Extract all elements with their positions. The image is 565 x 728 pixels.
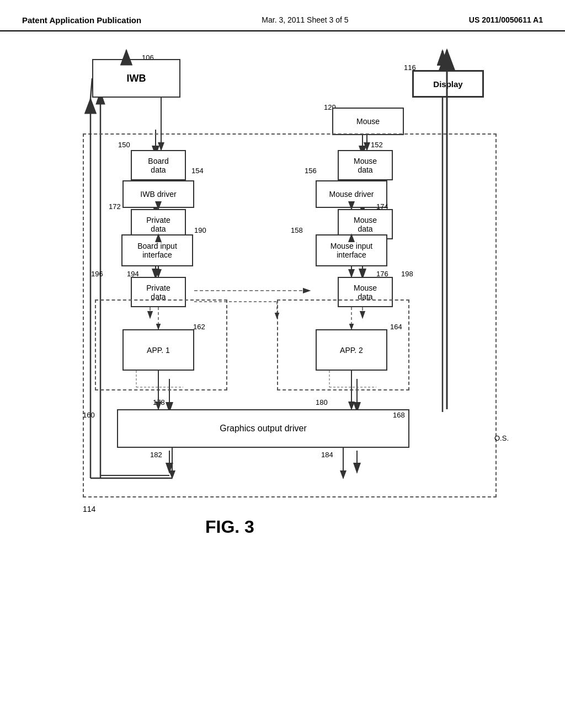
label-184: 184: [321, 451, 333, 459]
mouse-input-label: Mouse input interface: [331, 242, 372, 259]
box-mouse-input: Mouse input interface: [316, 234, 387, 266]
label-172: 172: [109, 202, 121, 211]
mouse-data-top-label: Mouse data: [354, 157, 377, 174]
label-168: 168: [393, 411, 405, 419]
graphics-label: Graphics output driver: [220, 424, 306, 433]
box-mouse-data-top: Mouse data: [338, 150, 393, 180]
label-154: 154: [191, 167, 204, 175]
mouse-data-bot-label: Mouse data: [354, 283, 377, 301]
label-152: 152: [371, 141, 383, 149]
box-app1: APP. 1: [122, 329, 194, 371]
label-198: 198: [401, 270, 413, 278]
box-mouse: Mouse: [332, 108, 404, 135]
label-190: 190: [194, 226, 206, 234]
label-160: 160: [83, 411, 95, 419]
label-164: 164: [390, 323, 402, 331]
private-data-bot-label: Private data: [146, 283, 170, 301]
mouse-label: Mouse: [356, 117, 380, 126]
box-display: Display: [412, 70, 484, 98]
box-app2: APP. 2: [316, 329, 387, 371]
label-182: 182: [150, 451, 162, 459]
box-board-data: Board data: [131, 150, 186, 180]
mouse-driver-label: Mouse driver: [329, 190, 374, 199]
mouse-data-mid-label: Mouse data: [354, 216, 377, 233]
label-180: 180: [316, 398, 328, 406]
app2-label: APP. 2: [340, 346, 363, 355]
display-label: Display: [433, 79, 462, 89]
label-178: 178: [153, 398, 165, 406]
private-data-top-label: Private data: [146, 216, 170, 233]
label-114: 114: [83, 505, 95, 513]
fig-label: FIG. 3: [205, 517, 254, 537]
box-graphics: Graphics output driver: [117, 409, 409, 448]
label-158: 158: [291, 226, 303, 234]
label-156: 156: [305, 167, 317, 175]
header-center: Mar. 3, 2011 Sheet 3 of 5: [262, 15, 348, 24]
page: Patent Application Publication Mar. 3, 2…: [0, 0, 565, 728]
header-right: US 2011/0050611 A1: [469, 15, 543, 24]
label-196: 196: [91, 270, 103, 278]
header-left: Patent Application Publication: [22, 15, 141, 25]
iwb-driver-label: IWB driver: [140, 190, 176, 199]
board-data-label: Board data: [148, 157, 168, 174]
label-150: 150: [118, 141, 130, 149]
iwb-label: IWB: [127, 73, 146, 84]
box-board-input: Board input interface: [121, 234, 193, 266]
app1-label: APP. 1: [147, 346, 170, 355]
label-162: 162: [193, 323, 205, 331]
header: Patent Application Publication Mar. 3, 2…: [0, 0, 565, 31]
board-input-label: Board input interface: [137, 242, 177, 259]
box-iwb-driver: IWB driver: [122, 180, 194, 208]
box-iwb: IWB: [92, 59, 180, 98]
os-label: O.S.: [494, 434, 509, 442]
diagram-area: 106 IWB 116 Display 120 Mouse O.S. 150 B…: [45, 48, 520, 627]
